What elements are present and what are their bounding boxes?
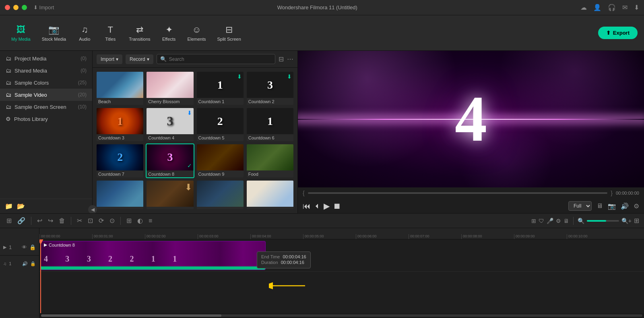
toolbar-audio[interactable]: ♫ Audio: [72, 21, 97, 45]
export-button[interactable]: ⬆ Export: [598, 27, 638, 39]
flip-button[interactable]: ⟳: [97, 216, 105, 225]
undo-button[interactable]: ↩: [35, 216, 44, 225]
audio-eq-button[interactable]: ≡: [147, 216, 154, 225]
zoom-in-icon[interactable]: 🔍+: [621, 218, 632, 224]
eye-icon[interactable]: 👁: [22, 244, 27, 250]
monitor-icon[interactable]: 🖥: [564, 218, 569, 224]
media-item-person[interactable]: [246, 180, 294, 210]
grid-view-icon[interactable]: ⊞: [531, 218, 536, 224]
media-item-cycling[interactable]: [196, 180, 244, 210]
volume-button[interactable]: 🔊: [621, 202, 629, 210]
toolbar-split-screen[interactable]: ⊟ Split Screen: [212, 21, 246, 45]
settings-tl-icon[interactable]: ⚙: [556, 218, 561, 224]
media-item-countdown4[interactable]: 3 ⬇ Countdown 4: [146, 107, 194, 142]
timeline-left-btn1[interactable]: ⊞: [5, 216, 13, 225]
zoom-slider[interactable]: [587, 220, 619, 222]
media-item-countdown2[interactable]: 3 ⬇ Countdown 2: [246, 71, 294, 106]
stop-button[interactable]: ⏹: [333, 202, 341, 211]
minimize-button[interactable]: [13, 5, 19, 10]
quality-select[interactable]: Full 1/2 1/4: [568, 201, 592, 211]
search-input[interactable]: [169, 56, 272, 62]
media-item-cherry-blossom[interactable]: Cherry Blossom: [146, 71, 194, 106]
sidebar-item-shared-media[interactable]: 🗂 Shared Media (0): [0, 64, 92, 77]
download-icon[interactable]: ⬇: [634, 4, 639, 11]
sidebar-item-project-media[interactable]: 🗂 Project Media (0): [0, 52, 92, 64]
window-controls[interactable]: ⬇ Import: [5, 4, 54, 10]
record-button[interactable]: Record ▾: [126, 54, 153, 64]
lock-icon[interactable]: 🔒: [29, 244, 36, 250]
media-item-countdown9[interactable]: Countdown 9: [196, 143, 244, 178]
scrollbar-track[interactable]: [41, 314, 642, 317]
timeline-ruler[interactable]: 00:00:00:00 00:00:01:00 00:00:02:00 00:0…: [39, 228, 644, 239]
toolbar-titles[interactable]: T Titles: [98, 21, 122, 45]
settings-button[interactable]: ⚙: [634, 202, 639, 210]
media-item-food[interactable]: Food: [246, 143, 294, 178]
sidebar-item-sample-video[interactable]: 🗂 Sample Video (20): [0, 89, 92, 101]
clip-num-1b: 1: [173, 254, 177, 264]
playhead[interactable]: [40, 239, 41, 313]
media-item-countdown5[interactable]: 2 Countdown 5: [196, 107, 244, 142]
mic-icon[interactable]: 🎤: [547, 218, 553, 224]
mail-icon[interactable]: ✉: [622, 4, 627, 11]
new-folder-icon[interactable]: 📁: [5, 202, 13, 210]
loop-button[interactable]: ⊙: [108, 216, 116, 225]
toolbar-transitions[interactable]: ⇄ Transitions: [124, 21, 155, 45]
toolbar-effects[interactable]: ✦ Effects: [157, 21, 181, 45]
cloud-icon[interactable]: ☁: [580, 4, 587, 11]
color-button[interactable]: ◐: [136, 216, 144, 225]
toolbar-elements[interactable]: ☺ Elements: [183, 21, 211, 45]
media-item-food2[interactable]: ⬇: [146, 180, 194, 210]
media-item-landscape2[interactable]: [96, 180, 144, 210]
crop-button[interactable]: ⊡: [86, 216, 95, 225]
detach-button[interactable]: ⊞: [125, 216, 133, 225]
timeline-left-btn2[interactable]: 🔗: [16, 216, 27, 225]
media-item-countdown8[interactable]: 3 ✓ Countdown 8: [146, 143, 194, 178]
track-clip-countdown8[interactable]: ▶ Countdown 8 4 3 3 2 2 1 1: [40, 241, 266, 270]
redo-button[interactable]: ↪: [46, 216, 55, 225]
sidebar-item-sample-colors[interactable]: 🗂 Sample Colors (25): [0, 77, 92, 89]
shield-icon[interactable]: 🛡: [539, 218, 544, 224]
audio-lock-icon[interactable]: 🔒: [30, 261, 36, 266]
media-item-countdown3[interactable]: 1 Countdown 3: [96, 107, 144, 142]
video-track-label: ▶ 1 👁 🔒: [0, 239, 39, 256]
timeline-tooltip: End Time 00:00:04:16 Duration 00:00:04:1…: [257, 251, 311, 268]
zoom-out-icon[interactable]: 🔍: [578, 218, 584, 224]
sidebar-bottom-actions: 📁 📂: [0, 199, 92, 213]
media-item-beach[interactable]: Beach: [96, 71, 144, 106]
headphone-icon[interactable]: 🎧: [608, 4, 616, 11]
ruler-mark-1: 00:00:01:00: [92, 234, 145, 239]
search-box[interactable]: 🔍: [157, 54, 275, 64]
play-button[interactable]: ▶: [324, 201, 330, 211]
media-thumb-countdown7: 2: [97, 144, 143, 170]
media-item-countdown7[interactable]: 2 Countdown 7: [96, 143, 144, 178]
camera-button[interactable]: 📷: [608, 202, 616, 210]
timeline-scrollbar[interactable]: [39, 313, 644, 318]
more-options-icon[interactable]: ⋯: [287, 55, 293, 63]
import-button[interactable]: Import ▾: [97, 54, 122, 64]
filter-icon[interactable]: ⊟: [279, 55, 284, 63]
media-item-countdown6[interactable]: 1 Countdown 6: [246, 107, 294, 142]
timeline-scrubber[interactable]: [308, 192, 608, 194]
delete-button[interactable]: 🗑: [57, 216, 67, 225]
close-button[interactable]: [5, 5, 10, 10]
media-item-countdown1[interactable]: 1 ⬇ Countdown 1: [196, 71, 244, 106]
media-thumb-countdown9: [197, 144, 244, 170]
titles-label: Titles: [105, 37, 116, 42]
countdown1-number: 1: [217, 79, 223, 91]
step-back-button[interactable]: ⏴: [314, 202, 320, 210]
audio-mute-icon[interactable]: 🔊: [22, 261, 28, 266]
toolbar-separator-4: [573, 217, 574, 225]
fullscreen-icon[interactable]: ⊞: [634, 217, 639, 224]
open-folder-icon[interactable]: 📂: [17, 202, 25, 210]
sidebar-item-photos-library[interactable]: ⚙ Photos Library: [0, 113, 92, 125]
toolbar-stock-media[interactable]: 📷 Stock Media: [37, 21, 71, 45]
sidebar-item-sample-green[interactable]: 🗂 Sample Green Screen (10): [0, 101, 92, 113]
cut-button[interactable]: ✂: [75, 216, 84, 225]
toolbar-my-media[interactable]: 🖼 My Media: [6, 21, 35, 45]
screen-toggle-button[interactable]: 🖥: [597, 202, 603, 210]
scrollbar-thumb[interactable]: [41, 314, 221, 317]
sidebar-collapse-button[interactable]: ◀: [88, 205, 97, 213]
profile-icon[interactable]: 👤: [593, 4, 601, 11]
rewind-button[interactable]: ⏮: [303, 202, 311, 211]
maximize-button[interactable]: [22, 5, 27, 10]
